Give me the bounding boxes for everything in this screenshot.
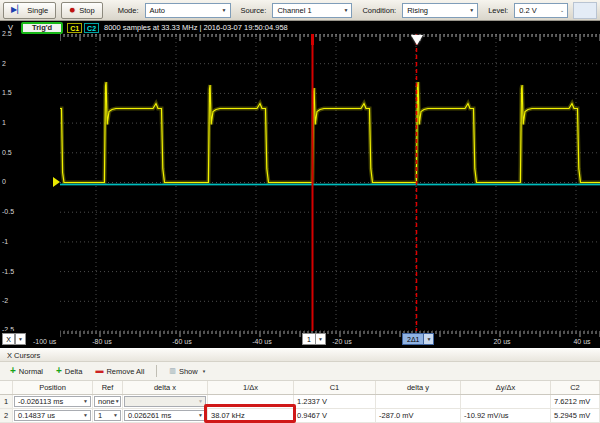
- chevron-down-icon[interactable]: ▼: [424, 333, 434, 345]
- row-number: 2: [0, 409, 13, 423]
- cursor1-ruler-handle[interactable]: [311, 34, 314, 45]
- x-axis-unit-button[interactable]: X: [2, 333, 15, 345]
- channel1-badge[interactable]: C1: [67, 23, 82, 33]
- cursor2-c1-value: 0.9467 V: [294, 409, 376, 423]
- delta-x-cell: ▼: [123, 395, 208, 409]
- header-c1: C1: [294, 381, 376, 394]
- cursor1-delta-x-select-disabled: ▼: [124, 396, 206, 407]
- x-tick-label: -100 us: [33, 338, 56, 345]
- cursor2-delta-x-select[interactable]: 0.026261 ms ▼: [124, 410, 206, 421]
- cursor1-tag-label: 1: [302, 333, 316, 345]
- header-c2: C2: [551, 381, 600, 394]
- header-ref: Ref: [93, 381, 123, 394]
- minus-icon: ▬: [95, 367, 103, 375]
- single-trigger-icon: ▶▏: [11, 6, 23, 14]
- position-cell: -0.026113 ms ▼: [13, 395, 93, 409]
- add-delta-cursor-button[interactable]: + Delta: [51, 365, 87, 378]
- row-number: 1: [0, 395, 13, 409]
- header-dy-dx: Δy/Δx: [461, 381, 551, 394]
- cursor2-ref-select[interactable]: 1 ▼: [94, 410, 121, 421]
- source-label: Source:: [241, 6, 267, 15]
- trigger-toolbar: ▶▏ Single ● Stop Mode: Auto ▼ Source: Ch…: [0, 0, 600, 21]
- y-tick-label: -2: [2, 297, 22, 304]
- condition-select[interactable]: Rising ▼: [402, 3, 478, 18]
- cursors-toolbar: + Normal + Delta ▬ Remove All ▥ Show ▾: [0, 362, 600, 381]
- cursor2-delta-y: -287.0 mV: [376, 409, 461, 423]
- red-highlight-annotation: [204, 404, 296, 423]
- y-tick-label: 2.5: [2, 30, 22, 37]
- level-input[interactable]: 0.2 V ⌄: [514, 3, 568, 18]
- cursor2-tag-label: 2Δ1: [402, 333, 424, 345]
- cursor1-c2-value: 7.6212 mV: [551, 395, 600, 409]
- cursor-table-row-2: 2 0.14837 us ▼ 1 ▼ 0.026261 ms ▼ 38.07: [0, 409, 600, 423]
- x-axis-unit-control[interactable]: X ▼: [2, 333, 26, 345]
- cursor2-tag-selected[interactable]: 2Δ1 ▼: [402, 333, 434, 345]
- source-select[interactable]: Channel 1 ▼: [272, 3, 352, 18]
- status-bar: V Trig'd C1 C2 8000 samples at 33.33 MHz…: [0, 21, 600, 34]
- x-axis-ruler: X ▼ -100 us -80 us -60 us -40 us -20 us …: [0, 331, 600, 348]
- header-num: [0, 381, 13, 394]
- chevron-down-icon: ▾: [203, 368, 206, 374]
- add-normal-cursor-button[interactable]: + Normal: [5, 365, 48, 378]
- cursor2-c2-value: 5.2945 mV: [551, 409, 600, 423]
- chevron-down-icon: ▼: [83, 395, 88, 408]
- ref-cell: 1 ▼: [93, 409, 123, 423]
- y-tick-label: -0.5: [2, 208, 22, 215]
- x-cursors-panel: X Cursors + Normal + Delta ▬ Remove All …: [0, 348, 600, 423]
- x-tick-label: -40 us: [252, 338, 271, 345]
- trigger-marker-icon[interactable]: [411, 35, 423, 45]
- remove-all-button[interactable]: ▬ Remove All: [90, 365, 149, 378]
- cursor1-tag[interactable]: 1 ▼: [302, 333, 326, 345]
- plus-icon: +: [10, 367, 16, 375]
- header-inv-delta-x: 1/Δx: [208, 381, 294, 394]
- cursor2-ref-value: 1: [98, 409, 102, 422]
- source-value: Channel 1: [277, 6, 311, 15]
- position-cell: 0.14837 us ▼: [13, 409, 93, 423]
- show-button-label: Show: [179, 367, 198, 376]
- channel1-ground-marker[interactable]: [53, 177, 60, 187]
- cursor1-ref-value: none: [98, 395, 115, 408]
- y-tick-label: -1.5: [2, 268, 22, 275]
- columns-icon: ▥: [169, 367, 176, 375]
- chevron-down-icon: ▼: [469, 7, 474, 13]
- channel2-badge[interactable]: C2: [84, 23, 99, 33]
- cursor-table-header: Position Ref delta x 1/Δx C1 delta y Δy/…: [0, 381, 600, 395]
- mode-select[interactable]: Auto ▼: [145, 3, 231, 18]
- toolbar-empty-panel: [573, 2, 597, 19]
- condition-value: Rising: [407, 6, 428, 15]
- level-value: 0.2 V: [519, 6, 537, 15]
- cursor2-position-select[interactable]: 0.14837 us ▼: [14, 410, 91, 421]
- cursor1-position-select[interactable]: -0.026113 ms ▼: [14, 396, 91, 407]
- chevron-down-icon[interactable]: ▼: [15, 333, 26, 345]
- chevron-down-icon: ▼: [222, 7, 227, 13]
- chevron-down-icon[interactable]: ▼: [316, 333, 326, 345]
- x-tick-label: -80 us: [92, 338, 111, 345]
- y-tick-label: 2: [2, 60, 22, 67]
- single-button[interactable]: ▶▏ Single: [3, 2, 56, 19]
- x-axis-ticks: [60, 331, 600, 338]
- chevron-down-icon: ▼: [343, 7, 348, 13]
- cursor2-position-value: 0.14837 us: [18, 409, 55, 422]
- scope-plot-area[interactable]: [60, 34, 600, 331]
- single-button-label: Single: [27, 6, 48, 15]
- mode-label: Mode:: [118, 6, 139, 15]
- stop-icon: ●: [69, 5, 75, 15]
- remove-all-label: Remove All: [106, 367, 144, 376]
- capture-info-text: 8000 samples at 33.33 MHz | 2016-03-07 1…: [104, 23, 288, 32]
- header-delta-y: delta y: [376, 381, 461, 394]
- cursor1-ref-select[interactable]: none ▼: [94, 396, 121, 407]
- x-tick-label: 40 us: [573, 338, 590, 345]
- stop-button[interactable]: ● Stop: [61, 2, 102, 19]
- header-position: Position: [13, 381, 93, 394]
- x-tick-label: -60 us: [172, 338, 191, 345]
- show-menu-button[interactable]: ▥ Show ▾: [164, 365, 210, 378]
- y-tick-label: 0: [2, 178, 22, 185]
- y-tick-label: -1: [2, 238, 22, 245]
- x-tick-label: 20 us: [493, 338, 510, 345]
- x-tick-label: -20 us: [332, 338, 351, 345]
- spinner-icon: ⌄: [560, 7, 564, 13]
- cursor2-delta-x-value: 0.026261 ms: [128, 409, 171, 422]
- cursor1-delta-y: [376, 395, 461, 409]
- cursor-table-row-1: 1 -0.026113 ms ▼ none ▼ ▼ 1.23: [0, 395, 600, 409]
- trigger-status-badge: Trig'd: [21, 22, 63, 34]
